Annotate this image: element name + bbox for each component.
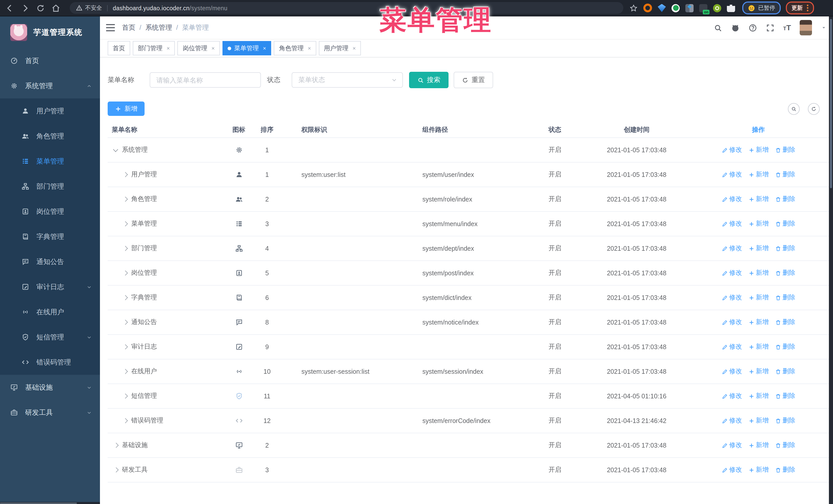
font-size-icon[interactable]: TT bbox=[783, 23, 791, 32]
edit-link[interactable]: 修改 bbox=[721, 318, 742, 327]
horizontal-scrollbar[interactable] bbox=[0, 502, 100, 504]
edit-link[interactable]: 修改 bbox=[721, 441, 742, 450]
edit-link[interactable]: 修改 bbox=[721, 244, 742, 253]
browser-forward-icon[interactable] bbox=[21, 3, 30, 13]
close-icon[interactable]: × bbox=[167, 45, 170, 51]
delete-link[interactable]: 删除 bbox=[775, 293, 795, 302]
help-icon[interactable] bbox=[748, 23, 757, 32]
app-logo[interactable]: 芋道管理系统 bbox=[0, 17, 100, 48]
status-select[interactable]: 菜单状态 bbox=[292, 72, 403, 88]
bookmark-star-icon[interactable] bbox=[629, 4, 638, 12]
expand-toggle-icon[interactable] bbox=[121, 244, 129, 253]
sidebar-item-posts[interactable]: 岗位管理 bbox=[0, 199, 100, 224]
expand-toggle-icon[interactable] bbox=[121, 170, 129, 179]
extension-orange-icon[interactable] bbox=[643, 4, 652, 12]
expand-toggle-icon[interactable] bbox=[121, 343, 129, 351]
address-bar[interactable]: 不安全 dashboard.yudao.iocoder.cn/system/me… bbox=[70, 2, 623, 14]
collapse-toggle-icon[interactable] bbox=[112, 146, 120, 154]
breadcrumb-home[interactable]: 首页 bbox=[122, 23, 135, 32]
delete-link[interactable]: 删除 bbox=[775, 392, 795, 401]
add-link[interactable]: 新增 bbox=[748, 219, 769, 228]
expand-toggle-icon[interactable] bbox=[121, 392, 129, 400]
edit-link[interactable]: 修改 bbox=[721, 367, 742, 376]
tab-home[interactable]: 首页 bbox=[108, 41, 130, 55]
delete-link[interactable]: 删除 bbox=[775, 342, 795, 351]
profile-paused-chip[interactable]: 已暂停 bbox=[742, 2, 781, 14]
expand-toggle-icon[interactable] bbox=[121, 318, 129, 326]
extension-grid-icon[interactable] bbox=[685, 4, 694, 12]
sidebar-item-dict[interactable]: 字典管理 bbox=[0, 224, 100, 249]
add-link[interactable]: 新增 bbox=[748, 244, 769, 253]
url-text[interactable]: dashboard.yudao.iocoder.cn/system/menu bbox=[113, 5, 227, 11]
add-link[interactable]: 新增 bbox=[748, 416, 769, 425]
add-link[interactable]: 新增 bbox=[748, 367, 769, 376]
search-icon[interactable] bbox=[713, 23, 722, 32]
browser-menu-kebab-icon[interactable] bbox=[807, 5, 808, 11]
sidebar-item-online-users[interactable]: 在线用户 bbox=[0, 299, 100, 325]
browser-update-chip[interactable]: 更新 bbox=[786, 2, 814, 14]
delete-link[interactable]: 删除 bbox=[775, 441, 795, 450]
sidebar-item-depts[interactable]: 部门管理 bbox=[0, 174, 100, 199]
sidebar-item-system[interactable]: 系统管理 bbox=[0, 73, 100, 98]
refresh-button[interactable] bbox=[808, 103, 820, 115]
expand-toggle-icon[interactable] bbox=[121, 367, 129, 376]
delete-link[interactable]: 删除 bbox=[775, 465, 795, 474]
not-secure-label[interactable]: 不安全 bbox=[85, 4, 102, 12]
delete-link[interactable]: 删除 bbox=[775, 416, 795, 425]
extension-key-icon[interactable] bbox=[713, 4, 721, 12]
delete-link[interactable]: 删除 bbox=[775, 219, 795, 228]
sidebar-item-sms[interactable]: 短信管理 bbox=[0, 325, 100, 350]
user-avatar[interactable] bbox=[800, 20, 812, 35]
edit-link[interactable]: 修改 bbox=[721, 269, 742, 278]
add-link[interactable]: 新增 bbox=[748, 269, 769, 278]
edit-link[interactable]: 修改 bbox=[721, 465, 742, 474]
sidebar-collapse-icon[interactable] bbox=[106, 24, 115, 31]
menu-name-input[interactable] bbox=[150, 72, 261, 88]
extension-switch-icon[interactable]: on bbox=[699, 4, 708, 12]
add-link[interactable]: 新增 bbox=[748, 318, 769, 327]
add-link[interactable]: 新增 bbox=[748, 146, 769, 154]
close-icon[interactable]: × bbox=[211, 45, 215, 51]
breadcrumb-system[interactable]: 系统管理 bbox=[135, 23, 172, 32]
sidebar-item-menus[interactable]: 菜单管理 bbox=[0, 149, 100, 174]
expand-toggle-icon[interactable] bbox=[121, 293, 129, 302]
sidebar-item-infrastructure[interactable]: 基础设施 bbox=[0, 375, 100, 400]
delete-link[interactable]: 删除 bbox=[775, 269, 795, 278]
edit-link[interactable]: 修改 bbox=[721, 195, 742, 203]
extensions-puzzle-icon[interactable] bbox=[727, 4, 735, 12]
add-link[interactable]: 新增 bbox=[748, 342, 769, 351]
delete-link[interactable]: 删除 bbox=[775, 244, 795, 253]
delete-link[interactable]: 删除 bbox=[775, 146, 795, 154]
add-link[interactable]: 新增 bbox=[748, 392, 769, 401]
add-link[interactable]: 新增 bbox=[748, 465, 769, 474]
tab-role[interactable]: 角色管理× bbox=[274, 41, 316, 55]
extension-green-check-icon[interactable] bbox=[671, 4, 680, 12]
delete-link[interactable]: 删除 bbox=[775, 367, 795, 376]
tab-user[interactable]: 用户管理× bbox=[319, 41, 361, 55]
close-icon[interactable]: × bbox=[308, 45, 311, 51]
delete-link[interactable]: 删除 bbox=[775, 170, 795, 179]
sidebar-item-error-code[interactable]: 错误码管理 bbox=[0, 350, 100, 375]
add-link[interactable]: 新增 bbox=[748, 441, 769, 450]
edit-link[interactable]: 修改 bbox=[721, 392, 742, 401]
vertical-scrollbar[interactable] bbox=[829, 16, 833, 504]
close-icon[interactable]: × bbox=[263, 45, 266, 51]
edit-link[interactable]: 修改 bbox=[721, 416, 742, 425]
github-icon[interactable] bbox=[731, 23, 739, 32]
expand-toggle-icon[interactable] bbox=[121, 195, 129, 203]
fullscreen-icon[interactable] bbox=[766, 23, 774, 32]
edit-link[interactable]: 修改 bbox=[721, 219, 742, 228]
browser-home-icon[interactable] bbox=[51, 3, 61, 13]
add-button[interactable]: 新增 bbox=[108, 101, 145, 116]
expand-toggle-icon[interactable] bbox=[121, 416, 129, 425]
edit-link[interactable]: 修改 bbox=[721, 170, 742, 179]
delete-link[interactable]: 删除 bbox=[775, 318, 795, 327]
sidebar-item-notice[interactable]: 通知公告 bbox=[0, 249, 100, 274]
browser-reload-icon[interactable] bbox=[36, 3, 45, 13]
add-link[interactable]: 新增 bbox=[748, 170, 769, 179]
expand-toggle-icon[interactable] bbox=[112, 466, 120, 474]
sidebar-item-audit-log[interactable]: 审计日志 bbox=[0, 274, 100, 299]
edit-link[interactable]: 修改 bbox=[721, 293, 742, 302]
add-link[interactable]: 新增 bbox=[748, 195, 769, 203]
reset-button[interactable]: 重置 bbox=[454, 72, 493, 88]
